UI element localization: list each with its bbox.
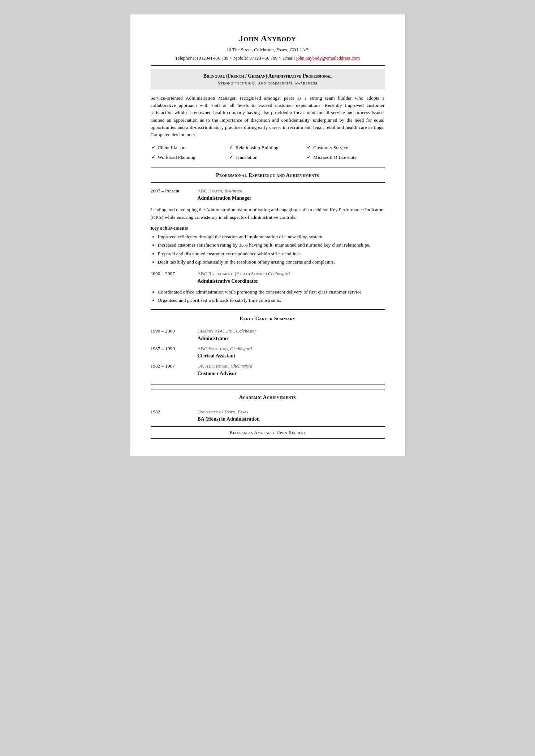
job1-achievements-list: Improved efficiency through the creation…: [151, 233, 385, 266]
institution-name2: niversity of E: [201, 409, 227, 414]
job1-location: Braintree: [224, 188, 242, 194]
early-job3-dates: 1982 – 1987: [151, 362, 198, 377]
competency-col3-row1: ✓ Customer Service: [307, 143, 384, 152]
job1-title: Administration Manager: [198, 194, 385, 202]
institution-location: Essex: [238, 409, 249, 414]
header-address: 10 The Street, Colchester, Essex, CO1 1A…: [151, 46, 385, 53]
competency-label: Translation: [236, 154, 258, 161]
tagline-subtitle: Strong technical and commercial awarenes…: [156, 80, 379, 87]
competency-col3-row2: ✓ Microsoft Office suite: [307, 153, 384, 162]
job2-company-name3: ealth S: [240, 271, 254, 276]
header: John Anybody 10 The Street, Colchester, …: [151, 32, 385, 61]
early-job3-company: UK ABC Retail, Chelmsford: [198, 362, 385, 370]
early-job1-location: Colchester: [236, 328, 256, 334]
job1-company: ABC Health, Braintree: [198, 187, 385, 195]
job2-company-name4: ervice): [254, 271, 268, 276]
job1-description: Leading and developing the Administratio…: [151, 206, 385, 221]
list-item: Dealt tactfully and diplomatically in th…: [158, 258, 385, 266]
candidate-name: John Anybody: [151, 32, 385, 45]
job2-title: Administrative Coordinator: [198, 277, 385, 285]
early-job1-title: Administrator: [198, 335, 385, 342]
job2-company-name2: ecruitment, (H: [211, 271, 240, 276]
early-job3-company-name: UK ABC R: [198, 363, 219, 369]
check-icon-3: ✓: [307, 144, 311, 151]
check-icon-2: ✓: [229, 144, 233, 151]
early-career-header: Early Career Summary: [151, 313, 385, 324]
early-job2-company-name: ABC S: [198, 346, 211, 351]
list-item: Improved efficiency through the creation…: [158, 233, 385, 240]
early-job1-company-name3: td.,: [228, 328, 236, 334]
early-job-1: 1990 – 2000 Healthy ABC Ltd., Colchester…: [151, 327, 385, 342]
job1-company-name2: ealth,: [212, 188, 224, 194]
tagline-title: Bilingual (French / German) Administrati…: [156, 72, 379, 80]
institution-name3: ssex,: [227, 409, 238, 414]
key-achievements-label: Key achievements: [151, 225, 385, 232]
header-contact: Telephone: (01234) 456 789 ~ Mobile: 071…: [151, 55, 385, 62]
early-job1-dates: 1990 – 2000: [151, 327, 198, 342]
check-icon-6: ✓: [307, 154, 311, 161]
references-section: References Available Upon Request: [151, 426, 385, 439]
early-job2-title: Clerical Assistant: [198, 352, 385, 360]
early-job2-content: ABC Solicitors, Chelmsford Clerical Assi…: [198, 345, 385, 360]
list-item: Coordinated office administration while …: [158, 288, 385, 296]
academic-institution: University of Essex, Essex: [198, 408, 385, 416]
competency-col2-row2: ✓ Translation: [229, 153, 306, 162]
resume-page: John Anybody 10 The Street, Colchester, …: [130, 14, 405, 456]
academic-entry-1: 1982 University of Essex, Essex BA (Hons…: [151, 408, 385, 423]
early-job1-company-name: H: [198, 328, 201, 334]
job2-company-name: ABC R: [198, 271, 212, 276]
job1-dates: 2007 – Present: [151, 187, 198, 203]
job-entry-2: 2000 – 2007 ABC Recruitment, (Health Ser…: [151, 270, 385, 286]
job1-content: ABC Health, Braintree Administration Man…: [198, 187, 385, 203]
early-job3-title: Customer Advisor: [198, 370, 385, 377]
experience-section-header: Professional Experience and Achievements: [151, 170, 385, 181]
header-divider: [151, 65, 385, 66]
profile-text: Service-oriented Administration Manager,…: [151, 95, 385, 139]
early-job3-location: Chelmsford: [230, 363, 252, 369]
list-item: Increased customer satisfaction rating b…: [158, 242, 385, 249]
early-job1-company: Healthy ABC Ltd., Colchester: [198, 327, 385, 335]
experience-section-wrapper: Professional Experience and Achievements: [151, 168, 385, 183]
job2-company: ABC Recruitment, (Health Service) Chelms…: [198, 270, 385, 277]
early-job-3: 1982 – 1987 UK ABC Retail, Chelmsford Cu…: [151, 362, 385, 377]
institution-name: U: [198, 409, 201, 414]
early-job1-content: Healthy ABC Ltd., Colchester Administrat…: [198, 327, 385, 342]
check-icon-1: ✓: [151, 144, 156, 151]
academic-date: 1982: [151, 408, 198, 423]
competency-col1-row1: ✓ Client Liaison: [151, 143, 228, 152]
early-job2-location: Chelmsford: [230, 346, 252, 351]
competency-label: Client Liaison: [158, 144, 186, 151]
academic-content: University of Essex, Essex BA (Hons) in …: [198, 408, 385, 423]
job2-dates: 2000 – 2007: [151, 270, 198, 286]
job2-bullets: Coordinated office administration while …: [151, 288, 385, 304]
job2-content: ABC Recruitment, (Health Service) Chelms…: [198, 270, 385, 286]
competency-label: Customer Service: [313, 144, 348, 151]
check-icon-5: ✓: [229, 154, 233, 161]
contact-text: Telephone: (01234) 456 789 ~ Mobile: 071…: [175, 55, 296, 61]
competencies-table: ✓ Client Liaison ✓ Relationship Building…: [151, 143, 385, 162]
job2-location: Chelmsford: [268, 271, 290, 276]
check-icon-4: ✓: [151, 154, 156, 161]
early-job1-company-name2: ealthy ABC L: [201, 328, 228, 334]
references-label: References Available Upon Request: [229, 430, 305, 435]
early-job2-dates: 1987 – 1990: [151, 345, 198, 360]
competency-label: Relationship Building: [236, 144, 279, 151]
job-entry-1: 2007 – Present ABC Health, Braintree Adm…: [151, 187, 385, 203]
competency-col2-row1: ✓ Relationship Building: [229, 143, 306, 152]
academic-section-inner: 1982 University of Essex, Essex BA (Hons…: [151, 403, 385, 425]
competency-label: Microsoft Office suite: [313, 154, 357, 161]
early-job3-company-name2: etail,: [219, 363, 230, 369]
list-item: Organised and prioritised workloads to s…: [158, 297, 385, 304]
early-job2-company-name2: olicitors,: [211, 346, 230, 351]
job1-company-name: ABC H: [198, 188, 212, 194]
academic-section-wrapper: Academic Achievements 1982 University of…: [151, 390, 385, 427]
tagline-box: Bilingual (French / German) Administrati…: [151, 69, 385, 90]
early-career-section: Early Career Summary 1990 – 2000 Healthy…: [151, 309, 385, 384]
email-link[interactable]: john.anybody@emailaddress.com: [296, 55, 360, 61]
competency-col1-row2: ✓ Workload Planning: [151, 153, 228, 162]
early-job-2: 1987 – 1990 ABC Solicitors, Chelmsford C…: [151, 345, 385, 360]
early-job3-content: UK ABC Retail, Chelmsford Customer Advis…: [198, 362, 385, 377]
early-job2-company: ABC Solicitors, Chelmsford: [198, 345, 385, 352]
academic-header: Academic Achievements: [151, 392, 385, 403]
list-item: Prepared and distributed customer corres…: [158, 250, 385, 257]
